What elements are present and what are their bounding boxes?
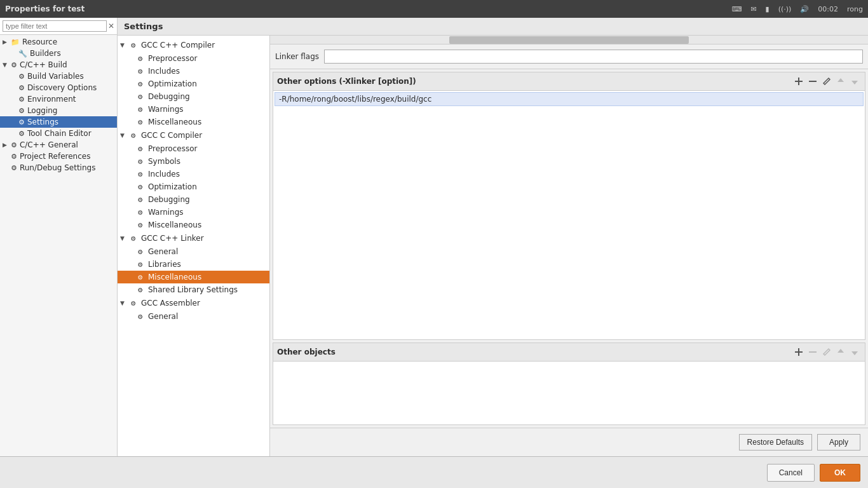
sidebar-item-environment[interactable]: ⚙ Environment [0, 93, 117, 105]
email-icon: ✉ [750, 5, 756, 13]
tool-item-preprocessor1[interactable]: ⚙ Preprocessor [118, 52, 269, 65]
sidebar-item-discovery-options[interactable]: ⚙ Discovery Options [0, 82, 117, 93]
sidebar-label-builders: Builders [30, 49, 61, 58]
tool-item-debugging1[interactable]: ⚙ Debugging [118, 90, 269, 103]
move-up-button[interactable] [834, 75, 847, 88]
svg-rect-2 [809, 81, 817, 82]
group-arrow: ▼ [120, 300, 126, 306]
edit-entry-button[interactable] [820, 75, 833, 88]
linker-flags-input[interactable] [324, 50, 863, 64]
move-down-button[interactable] [848, 75, 861, 88]
group-arrow: ▼ [120, 235, 126, 241]
restore-defaults-button[interactable]: Restore Defaults [739, 434, 812, 451]
sidebar-item-cpp-build[interactable]: ▼ ⚙ C/C++ Build [0, 59, 117, 71]
titlebar-icons: ⌨ ✉ ▮ ((·)) 🔊 00:02 rong [728, 5, 863, 13]
tool-group-gcc-assembler[interactable]: ▼ ⚙ GCC Assembler [118, 296, 269, 310]
filter-input[interactable] [3, 20, 107, 32]
window-title: Properties for test [5, 4, 85, 13]
delete-entry-button[interactable] [806, 75, 819, 88]
add-entry-button[interactable] [792, 75, 805, 88]
sidebar-label-logging: Logging [27, 106, 58, 115]
filter-clear-button[interactable]: ✕ [108, 22, 114, 30]
tool-item-libraries3[interactable]: ⚙ Libraries [118, 258, 269, 271]
expand-arrow: ▶ [3, 142, 9, 148]
tool-item-label: Optimization [148, 79, 197, 88]
apply-button[interactable]: Apply [817, 434, 860, 451]
expand-arrow: ▶ [3, 39, 9, 45]
settings-content: ▼ ⚙ GCC C++ Compiler ⚙ Preprocessor ⚙ In… [118, 36, 868, 456]
move-up-object-button[interactable] [834, 346, 847, 358]
tool-item-icon: ⚙ [135, 104, 146, 114]
battery-icon: ▮ [766, 5, 770, 13]
group-label-gcc-cpp-compiler: GCC C++ Compiler [141, 41, 215, 50]
edit-object-button[interactable] [820, 346, 833, 358]
horizontal-scrollbar[interactable] [270, 36, 868, 44]
resource-icon: 📁 [11, 38, 20, 46]
tool-item-optimization2[interactable]: ⚙ Optimization [118, 180, 269, 193]
tool-item-general4[interactable]: ⚙ General [118, 310, 269, 323]
option-entry-item[interactable]: -R/home/rong/boost/libs/regex/build/gcc [275, 92, 864, 106]
tool-item-includes2[interactable]: ⚙ Includes [118, 168, 269, 180]
tool-item-label: Shared Library Settings [148, 285, 238, 294]
sidebar-item-build-variables[interactable]: ⚙ Build Variables [0, 71, 117, 82]
delete-object-button[interactable] [806, 346, 819, 358]
right-content-panel: Linker flags Other options (-Xlinker [op… [270, 36, 868, 456]
add-object-button[interactable] [792, 346, 805, 358]
tool-item-general3[interactable]: ⚙ General [118, 245, 269, 258]
tool-item-label: Miscellaneous [148, 118, 201, 126]
sidebar-item-cpp-general[interactable]: ▶ ⚙ C/C++ General [0, 139, 117, 151]
tool-item-label: Debugging [148, 195, 190, 204]
tool-item-label: Warnings [148, 105, 184, 114]
tool-item-symbols2[interactable]: ⚙ Symbols [118, 155, 269, 168]
tool-item-label: General [148, 312, 178, 321]
tool-item-misc2[interactable]: ⚙ Miscellaneous [118, 219, 269, 231]
panel-title: Settings [124, 22, 163, 31]
tool-item-preprocessor2[interactable]: ⚙ Preprocessor [118, 142, 269, 155]
tool-item-optimization1[interactable]: ⚙ Optimization [118, 78, 269, 90]
tool-item-icon: ⚙ [135, 169, 146, 179]
sidebar-label-tool-chain-editor: Tool Chain Editor [27, 129, 92, 138]
sidebar-label-build-variables: Build Variables [27, 72, 84, 81]
tool-item-label: Includes [148, 67, 180, 76]
cancel-button[interactable]: Cancel [767, 464, 815, 482]
sidebar-label-run-debug: Run/Debug Settings [20, 163, 96, 172]
volume-icon: 🔊 [800, 5, 809, 13]
tool-item-miscellaneous3[interactable]: ⚙ Miscellaneous [118, 271, 269, 283]
titlebar: Properties for test ⌨ ✉ ▮ ((·)) 🔊 00:02 … [0, 0, 868, 18]
group-arrow: ▼ [120, 132, 126, 139]
linker-flags-section: Linker flags [270, 44, 868, 69]
tool-item-debugging2[interactable]: ⚙ Debugging [118, 193, 269, 206]
tool-item-includes1[interactable]: ⚙ Includes [118, 65, 269, 78]
sidebar-item-resource[interactable]: ▶ 📁 Resource [0, 36, 117, 48]
tool-item-shared-lib[interactable]: ⚙ Shared Library Settings [118, 283, 269, 296]
sidebar-item-logging[interactable]: ⚙ Logging [0, 105, 117, 116]
move-down-object-button[interactable] [848, 346, 861, 358]
option-entry-value: -R/home/rong/boost/libs/regex/build/gcc [279, 95, 431, 104]
sidebar-item-project-references[interactable]: ⚙ Project References [0, 151, 117, 162]
svg-rect-5 [809, 351, 817, 353]
options-toolbar [792, 75, 861, 88]
other-objects-panel: Other objects [273, 342, 865, 425]
sidebar-item-builders[interactable]: 🔧 Builders [0, 48, 117, 59]
sidebar-label-cpp-general: C/C++ General [20, 140, 78, 149]
sidebar-item-settings[interactable]: ⚙ Settings [0, 116, 117, 128]
tool-item-label: Includes [148, 170, 180, 179]
clock: 00:02 [818, 5, 838, 13]
tool-item-label: Miscellaneous [148, 220, 201, 229]
group-label-gcc-assembler: GCC Assembler [141, 299, 200, 308]
scrollbar-thumb[interactable] [449, 36, 688, 44]
tool-item-warnings2[interactable]: ⚙ Warnings [118, 206, 269, 219]
tool-group-gcc-c-compiler[interactable]: ▼ ⚙ GCC C Compiler [118, 128, 269, 142]
sidebar-label-resource: Resource [22, 37, 57, 46]
ok-button[interactable]: OK [820, 464, 860, 482]
tool-group-gcc-cpp-linker[interactable]: ▼ ⚙ GCC C++ Linker [118, 231, 269, 245]
tool-item-warnings1[interactable]: ⚙ Warnings [118, 103, 269, 116]
svg-rect-1 [795, 81, 803, 82]
sidebar-item-tool-chain-editor[interactable]: ⚙ Tool Chain Editor [0, 128, 117, 139]
tool-group-gcc-cpp-compiler[interactable]: ▼ ⚙ GCC C++ Compiler [118, 38, 269, 52]
tool-item-misc1[interactable]: ⚙ Miscellaneous [118, 116, 269, 128]
tool-item-icon: ⚙ [135, 117, 146, 127]
sidebar-item-run-debug[interactable]: ⚙ Run/Debug Settings [0, 162, 117, 173]
tool-item-icon: ⚙ [135, 220, 146, 230]
gcc-cpp-linker-icon: ⚙ [128, 233, 139, 243]
